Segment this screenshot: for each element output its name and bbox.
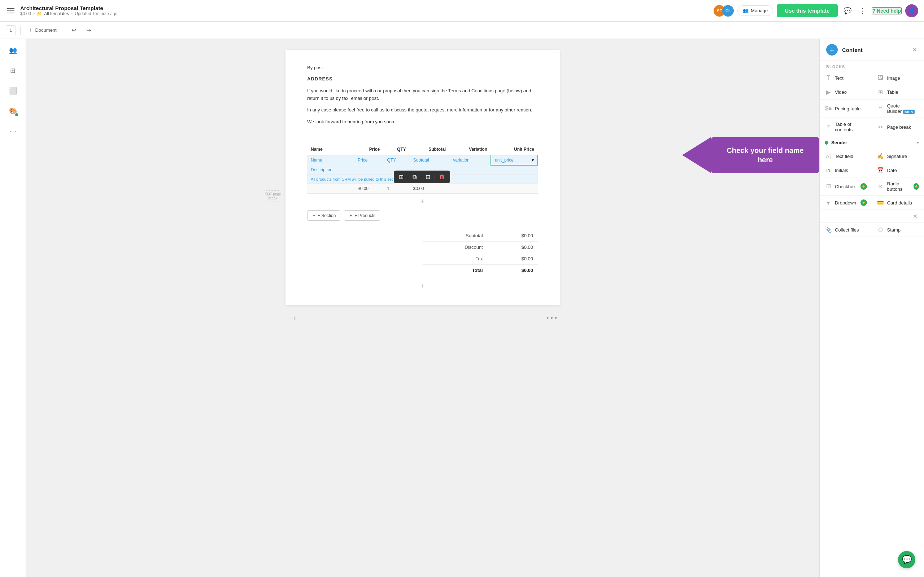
add-document-button[interactable]: ＋ Document — [25, 25, 60, 35]
collect-files-label: Collect files — [835, 227, 859, 233]
align-left-button[interactable]: ⊞ — [397, 173, 405, 181]
add-summary-row-button[interactable]: ＋ — [417, 280, 429, 291]
chat-button[interactable]: 💬 — [898, 551, 915, 568]
more-options-button[interactable]: ⋮ — [857, 5, 868, 17]
field-initials[interactable]: IN Initials — [820, 163, 872, 177]
block-quote-builder[interactable]: ❝ Quote BuilderBETA — [872, 100, 924, 118]
field-card-details[interactable]: 💳 Card details — [872, 196, 924, 210]
video-block-icon: ▶ — [825, 89, 832, 95]
field-signature[interactable]: ✍ Signature — [872, 149, 924, 163]
section-plus-icon: ＋ — [312, 213, 316, 219]
text-field-label: Text field — [835, 154, 853, 159]
block-page-break[interactable]: ✂ Page break — [872, 118, 924, 136]
sidebar-grid-icon[interactable]: ⋯ — [6, 124, 20, 139]
sidebar-code-icon[interactable]: ⬜ — [6, 84, 20, 98]
fields-grid: A| Text field ✍ Signature IN Initials 📅 … — [820, 149, 924, 237]
sender-section: Sender ▾ — [820, 136, 924, 149]
col-unit-price: Unit Price — [491, 144, 538, 155]
radio-field-icon: ⊙ — [877, 183, 884, 190]
tax-value: $0.00 — [488, 253, 538, 265]
canvas-bottom-bar: + • • • — [286, 312, 560, 324]
dropdown-lightning-badge: ⚡ — [861, 200, 867, 206]
add-page-button[interactable]: + — [288, 312, 300, 324]
document-meta: $0.00 • 📁 All templates • Updated 1 minu… — [20, 11, 117, 16]
initials-field-label: Initials — [835, 168, 848, 173]
dismiss-button[interactable]: ✕ — [911, 211, 919, 221]
paragraph-3: We look forward to hearing from you soon — [307, 118, 538, 126]
manage-icon: 👥 — [743, 8, 749, 13]
text-field-icon: A| — [825, 153, 832, 160]
canvas-area: PDF page break By post: ADDRESS If you w… — [26, 39, 819, 577]
panel-close-button[interactable]: ✕ — [912, 46, 918, 54]
redo-button[interactable]: ↪ — [83, 25, 94, 35]
block-pricing-table[interactable]: $≡ Pricing table — [820, 100, 872, 118]
sender-header[interactable]: Sender ▾ — [825, 140, 919, 145]
right-panel: ＋ Content ✕ BLOCKS T Text 🖼 Image ▶ Vide… — [819, 39, 924, 577]
discount-label: Discount — [423, 242, 488, 253]
blocks-grid: T Text 🖼 Image ▶ Video ⊞ Table $≡ Pricin… — [820, 71, 924, 136]
settings-button[interactable]: ⊟ — [424, 173, 432, 181]
sender-collapse-icon[interactable]: ▾ — [917, 140, 919, 145]
card-field-icon: 💳 — [877, 200, 884, 206]
blocks-section-label: BLOCKS — [820, 61, 924, 71]
block-image[interactable]: 🖼 Image — [872, 71, 924, 85]
products-table: Name Price QTY Subtotal Variation Unit P… — [307, 144, 538, 194]
cell-qty: QTY — [383, 155, 410, 165]
avatar-cl[interactable]: CL — [722, 5, 734, 16]
field-radio[interactable]: ⊙ Radio buttons ⚡ — [872, 177, 924, 196]
cell-empty — [449, 184, 491, 193]
block-toc[interactable]: ≡ Table of contents — [820, 118, 872, 136]
sidebar-layout-icon[interactable]: ⊞ — [6, 63, 20, 78]
field-collect-files[interactable]: 📎 Collect files — [820, 223, 872, 237]
panel-add-button[interactable]: ＋ — [826, 44, 838, 56]
help-button[interactable]: ? Need help — [872, 7, 901, 15]
manage-button[interactable]: 👥 Manage — [737, 5, 773, 16]
sidebar-contacts-icon[interactable]: 👥 — [6, 43, 20, 58]
add-row-button[interactable]: ＋ — [417, 196, 429, 206]
field-text[interactable]: A| Text field — [820, 149, 872, 163]
page-count-indicator[interactable]: 1 — [6, 25, 16, 35]
signature-field-label: Signature — [887, 154, 908, 159]
more-pages-button[interactable]: • • • — [546, 314, 557, 322]
cell-price: Price — [354, 155, 383, 165]
field-dropdown[interactable]: ▼ Dropdown ⚡ — [820, 196, 872, 210]
summary-table: Subtotal $0.00 Discount $0.00 Tax $0.00 — [423, 230, 538, 276]
block-table[interactable]: ⊞ Table — [872, 85, 924, 100]
pricing-block-label: Pricing table — [835, 106, 861, 111]
dropdown-arrow[interactable]: ▾ — [531, 158, 534, 163]
hamburger-menu[interactable] — [6, 7, 16, 15]
field-stamp[interactable]: ⬡ Stamp — [872, 223, 924, 237]
undo-button[interactable]: ↩ — [69, 25, 79, 35]
page-break-icon: ✂ — [877, 124, 884, 131]
toolbar-separator-2 — [64, 26, 64, 35]
document-title: Architectural Proposal Template — [20, 5, 117, 11]
dropdown-field-icon: ▼ — [825, 200, 832, 206]
chat-icon-button[interactable]: 💬 — [842, 5, 854, 17]
quote-block-icon: ❝ — [877, 105, 884, 112]
unit-price-value: unit_price — [495, 158, 514, 163]
date-field-label: Date — [887, 168, 897, 173]
add-products-button[interactable]: ＋ + Products — [344, 210, 380, 221]
delete-button[interactable]: 🗑 — [438, 173, 446, 181]
user-avatar[interactable]: 👤 — [905, 4, 918, 17]
cell-empty — [307, 184, 354, 193]
table-block-label: Table — [887, 89, 898, 95]
cell-description: Description — [307, 165, 354, 175]
use-template-button[interactable]: Use this template — [777, 4, 837, 17]
toc-block-icon: ≡ — [825, 124, 832, 130]
address-text: ADDRESS — [307, 76, 538, 82]
field-checkbox[interactable]: ☑ Checkbox ⚡ — [820, 177, 872, 196]
navbar: Architectural Proposal Template $0.00 • … — [0, 0, 924, 22]
cell-unit-price[interactable]: unit_price ▾ — [491, 155, 538, 165]
add-section-button[interactable]: ＋ + Section — [307, 210, 340, 221]
collect-files-icon: 📎 — [825, 226, 832, 233]
field-date[interactable]: 📅 Date — [872, 163, 924, 177]
block-video[interactable]: ▶ Video — [820, 85, 872, 100]
toc-block-label: Table of contents — [835, 121, 867, 132]
cell-subtotal: Subtotal — [410, 155, 449, 165]
duplicate-button[interactable]: ⧉ — [411, 173, 418, 181]
page-break-label: Page break — [887, 124, 911, 130]
block-text[interactable]: T Text — [820, 71, 872, 85]
radio-lightning-badge: ⚡ — [914, 183, 919, 190]
sidebar-palette-icon[interactable]: 🎨 — [6, 104, 20, 118]
